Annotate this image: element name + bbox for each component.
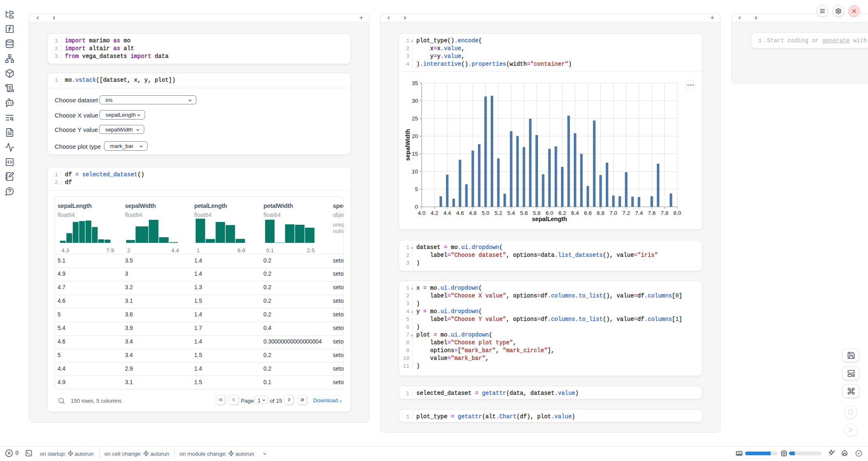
svg-text:4.2: 4.2 — [431, 210, 439, 216]
svg-text:5.2: 5.2 — [494, 210, 502, 216]
svg-text:sepalLength: sepalLength — [532, 216, 567, 222]
svg-text:5.8: 5.8 — [533, 210, 541, 216]
svg-text:4.6: 4.6 — [456, 210, 464, 216]
svg-text:25: 25 — [412, 115, 418, 122]
svg-text:5.6: 5.6 — [520, 210, 528, 216]
svg-text:6.2: 6.2 — [559, 210, 566, 216]
svg-text:4.0: 4.0 — [418, 210, 426, 216]
svg-text:6.6: 6.6 — [584, 210, 592, 216]
svg-text:7.4: 7.4 — [635, 210, 643, 216]
svg-text:35: 35 — [412, 80, 418, 86]
svg-text:sepalWidth: sepalWidth — [404, 129, 411, 161]
svg-text:5.0: 5.0 — [482, 210, 489, 216]
svg-text:6.4: 6.4 — [571, 210, 579, 216]
svg-text:5.4: 5.4 — [507, 210, 515, 216]
svg-text:8.0: 8.0 — [674, 210, 681, 216]
svg-text:7.0: 7.0 — [609, 210, 617, 216]
svg-text:20: 20 — [412, 133, 418, 139]
svg-text:7.2: 7.2 — [622, 210, 630, 216]
svg-text:30: 30 — [412, 98, 418, 104]
svg-text:4.4: 4.4 — [443, 210, 451, 216]
svg-text:0: 0 — [415, 204, 418, 210]
svg-text:15: 15 — [412, 151, 418, 157]
svg-text:6.8: 6.8 — [597, 210, 605, 216]
svg-text:6.0: 6.0 — [546, 210, 554, 216]
svg-text:5: 5 — [415, 186, 418, 192]
svg-text:7.8: 7.8 — [661, 210, 669, 216]
svg-text:7.6: 7.6 — [648, 210, 656, 216]
svg-text:4.8: 4.8 — [469, 210, 477, 216]
svg-text:10: 10 — [412, 168, 418, 175]
